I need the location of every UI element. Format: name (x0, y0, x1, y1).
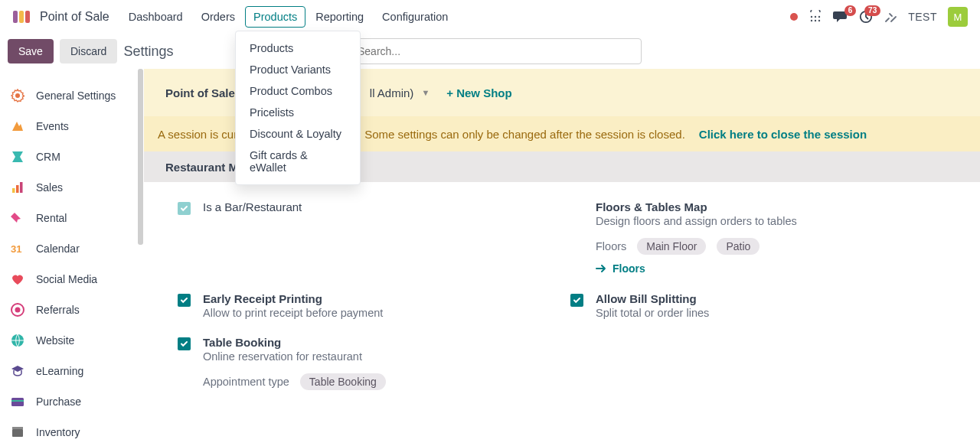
floors-link[interactable]: Floors (596, 262, 645, 275)
sales-icon (9, 179, 26, 196)
sidebar-item-referrals[interactable]: Referrals (0, 295, 140, 324)
sidebar-item-general[interactable]: General Settings (0, 81, 140, 110)
svg-rect-2 (25, 11, 30, 23)
sidebar-item-label: Social Media (36, 273, 97, 285)
appointment-type-tag[interactable]: Table Booking (300, 373, 386, 390)
discard-button[interactable]: Discard (60, 39, 117, 63)
svg-point-4 (815, 16, 816, 18)
svg-point-3 (811, 16, 812, 18)
sidebar-item-crm[interactable]: CRM (0, 142, 140, 171)
svg-point-10 (15, 93, 20, 98)
setting-early-receipt: Early Receipt Printing Allow to print re… (178, 292, 547, 319)
floor-tag-patio[interactable]: Patio (717, 238, 760, 255)
rental-icon (9, 210, 26, 226)
sidebar-item-inventory[interactable]: Inventory (0, 418, 140, 446)
dropdown-item-loyalty[interactable]: Discount & Loyalty (236, 123, 360, 145)
user-avatar[interactable]: M (948, 7, 968, 27)
svg-rect-19 (11, 400, 24, 402)
activity-icon[interactable]: 73 (859, 10, 873, 24)
setting-title: Table Booking (203, 336, 386, 349)
dropdown-item-giftcards[interactable]: Gift cards & eWallet (236, 145, 360, 178)
messages-icon[interactable]: 6 (833, 10, 848, 24)
sidebar-item-label: CRM (36, 151, 60, 163)
sidebar-item-rental[interactable]: Rental (0, 203, 140, 233)
svg-point-5 (818, 16, 820, 18)
app-logo-icon (12, 8, 31, 26)
sidebar-item-social[interactable]: Social Media (0, 265, 140, 294)
brand-title[interactable]: Point of Sale (40, 10, 109, 24)
setting-title: Allow Bill Splitting (596, 292, 709, 305)
events-icon (9, 118, 26, 135)
inventory-icon (9, 424, 26, 441)
svg-rect-0 (13, 11, 18, 23)
svg-rect-13 (20, 182, 23, 193)
purchase-icon (9, 393, 26, 410)
arrow-right-icon (596, 264, 606, 273)
appointment-type-label: Appointment type (203, 376, 289, 388)
svg-rect-11 (12, 188, 15, 193)
top-nav: Point of Sale Dashboard Orders Products … (0, 0, 980, 34)
checkbox-table-booking[interactable] (178, 337, 191, 350)
svg-rect-20 (12, 429, 23, 437)
setting-desc: Allow to print receipt before payment (203, 307, 383, 319)
sidebar-item-label: General Settings (36, 90, 116, 102)
apps-icon[interactable] (808, 10, 822, 24)
sidebar-item-label: eLearning (36, 365, 83, 377)
setting-desc: Online reservation for restaurant (203, 350, 386, 363)
setting-desc: Design floors and assign orders to table… (596, 215, 797, 227)
products-dropdown: Products Product Variants Product Combos… (235, 31, 361, 185)
setting-bill-splitting: Allow Bill Splitting Split total or orde… (570, 292, 940, 319)
svg-rect-12 (16, 185, 19, 193)
debug-icon[interactable] (884, 10, 897, 24)
sidebar-item-purchase[interactable]: Purchase (0, 387, 140, 416)
nav-reporting[interactable]: Reporting (307, 6, 372, 28)
nav-configuration[interactable]: Configuration (374, 6, 456, 28)
setting-desc: Split total or order lines (596, 307, 709, 319)
sidebar-item-label: Sales (36, 181, 63, 194)
nav-dashboard[interactable]: Dashboard (120, 6, 191, 28)
sidebar-item-label: Referrals (36, 304, 80, 316)
dropdown-item-variants[interactable]: Product Variants (236, 59, 360, 80)
pos-value-suffix: ll Admin) (370, 86, 414, 99)
checkbox-bill-splitting[interactable] (570, 294, 583, 307)
activity-badge: 73 (864, 5, 880, 16)
sidebar-item-sales[interactable]: Sales (0, 173, 140, 202)
graduation-icon (9, 363, 26, 379)
setting-title: Floors & Tables Map (596, 200, 797, 213)
svg-point-7 (815, 20, 816, 21)
caret-down-icon[interactable]: ▼ (421, 88, 430, 97)
checkbox-is-bar[interactable] (178, 202, 191, 215)
checkbox-early-receipt[interactable] (178, 294, 191, 307)
save-button[interactable]: Save (8, 39, 54, 63)
setting-title: Early Receipt Printing (203, 292, 383, 305)
sidebar-item-calendar[interactable]: 31 Calendar (0, 234, 140, 263)
dropdown-item-combos[interactable]: Product Combos (236, 80, 360, 102)
action-bar: Save Discard Settings (0, 34, 980, 69)
setting-is-bar: Is a Bar/Restaurant (178, 200, 547, 275)
sidebar-item-label: Purchase (36, 396, 81, 408)
sidebar-item-label: Rental (36, 212, 67, 224)
env-label: TEST (908, 11, 937, 23)
heart-icon (9, 271, 26, 288)
nav-products[interactable]: Products (245, 6, 305, 28)
svg-point-6 (811, 20, 812, 21)
dropdown-item-products[interactable]: Products (236, 37, 360, 59)
sidebar-item-website[interactable]: Website (0, 326, 140, 355)
new-shop-link[interactable]: + New Shop (446, 86, 511, 99)
close-session-link[interactable]: Click here to close the session (699, 128, 867, 141)
calendar-icon: 31 (9, 240, 26, 257)
pos-label: Point of Sale (165, 86, 235, 99)
referrals-icon (9, 301, 26, 318)
dropdown-item-pricelists[interactable]: Pricelists (236, 102, 360, 123)
sidebar-item-label: Website (36, 334, 74, 347)
sidebar-item-label: Events (36, 120, 69, 132)
search-input[interactable] (349, 38, 642, 64)
sidebar-item-elearning[interactable]: eLearning (0, 356, 140, 386)
sidebar-item-events[interactable]: Events (0, 112, 140, 141)
floors-link-label: Floors (612, 262, 645, 275)
floor-tag-main[interactable]: Main Floor (637, 238, 706, 255)
gear-icon (9, 87, 26, 104)
messages-badge: 6 (844, 5, 857, 16)
globe-icon (9, 332, 26, 349)
nav-orders[interactable]: Orders (193, 6, 243, 28)
